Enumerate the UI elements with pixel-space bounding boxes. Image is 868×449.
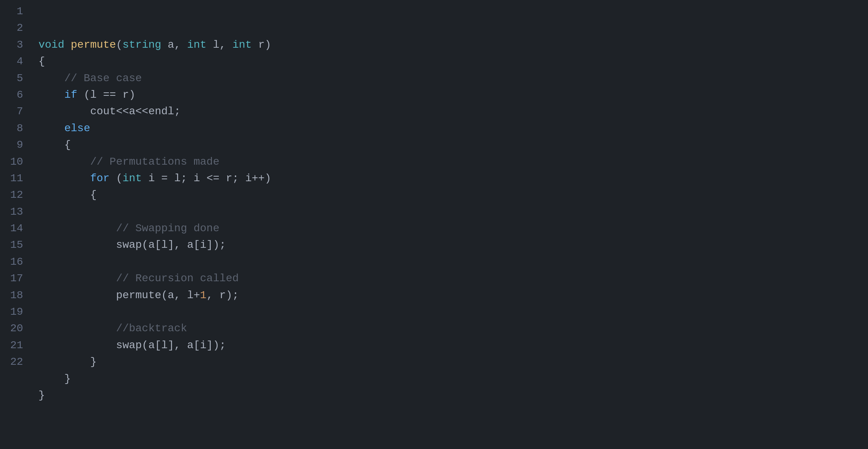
line-number: 22 (8, 354, 23, 370)
code-line: { (38, 187, 860, 203)
token (38, 122, 64, 134)
token: // Recursion called (38, 272, 239, 284)
line-number: 1 (8, 3, 23, 20)
line-number: 9 (8, 137, 23, 153)
line-number: 3 (8, 37, 23, 53)
token (38, 89, 64, 101)
line-number: 15 (8, 237, 23, 253)
code-line: } (38, 387, 860, 404)
code-line: { (38, 53, 860, 70)
line-number: 5 (8, 70, 23, 87)
token: permute(a, l+ (38, 289, 200, 301)
code-line: // Recursion called (38, 270, 860, 287)
line-number: 2 (8, 20, 23, 36)
token: void (38, 39, 64, 51)
token: ( (116, 39, 123, 51)
line-number: 4 (8, 53, 23, 70)
line-number: 13 (8, 204, 23, 220)
token: permute (71, 39, 116, 51)
token: swap(a[l], a[i]); (38, 239, 226, 251)
line-number: 19 (8, 304, 23, 320)
token: r) (252, 39, 271, 51)
token: { (38, 55, 45, 67)
code-line: if (l == r) (38, 87, 860, 103)
token: } (38, 389, 45, 401)
code-line: swap(a[l], a[i]); (38, 337, 860, 354)
line-number: 16 (8, 254, 23, 270)
code-line: cout<<a<<endl; (38, 103, 860, 120)
token: else (64, 122, 90, 134)
code-content[interactable]: void permute(string a, int l, int r){ //… (31, 3, 868, 446)
token (64, 39, 71, 51)
token: swap(a[l], a[i]); (38, 339, 226, 351)
line-number: 11 (8, 170, 23, 187)
code-line (38, 254, 860, 270)
token: { (38, 139, 71, 151)
token: 1 (200, 289, 207, 301)
line-number: 18 (8, 287, 23, 304)
token: } (38, 356, 97, 368)
token: int (122, 172, 142, 184)
code-line: void permute(string a, int l, int r) (38, 37, 860, 53)
token: i = l; i <= r; i++) (142, 172, 271, 184)
code-line: for (int i = l; i <= r; i++) (38, 170, 860, 187)
code-line: else (38, 120, 860, 137)
line-number: 12 (8, 187, 23, 203)
token: { (38, 189, 97, 201)
token: a, (161, 39, 187, 51)
code-line: { (38, 137, 860, 153)
token: for (90, 172, 109, 184)
token: if (64, 89, 77, 101)
code-line: // Swapping done (38, 220, 860, 237)
line-number: 17 (8, 270, 23, 287)
token: //backtrack (38, 322, 187, 334)
code-editor: 12345678910111213141516171819202122 void… (0, 0, 868, 449)
token: string (122, 39, 161, 51)
token: // Swapping done (38, 222, 219, 234)
code-line: } (38, 371, 860, 387)
line-number: 21 (8, 337, 23, 354)
code-line: // Permutations made (38, 154, 860, 170)
code-line: permute(a, l+1, r); (38, 287, 860, 304)
code-line (38, 204, 860, 220)
token: int (187, 39, 207, 51)
code-line: // Base case (38, 70, 860, 87)
line-number: 14 (8, 220, 23, 237)
token: cout<<a<<endl; (38, 105, 181, 117)
token (38, 172, 90, 184)
line-number: 8 (8, 120, 23, 137)
line-number: 20 (8, 320, 23, 337)
line-numbers: 12345678910111213141516171819202122 (0, 3, 31, 446)
token: int (232, 39, 252, 51)
code-line: } (38, 354, 860, 370)
token: (l == r) (77, 89, 135, 101)
line-number: 7 (8, 103, 23, 120)
code-line: //backtrack (38, 320, 860, 337)
token: // Permutations made (38, 156, 219, 168)
token: // Base case (38, 72, 142, 84)
token: ( (110, 172, 123, 184)
code-line (38, 304, 860, 320)
token: , r); (207, 289, 239, 301)
code-line: swap(a[l], a[i]); (38, 237, 860, 253)
token: } (38, 373, 71, 385)
line-number: 10 (8, 154, 23, 170)
token: l, (207, 39, 232, 51)
line-number: 6 (8, 87, 23, 103)
